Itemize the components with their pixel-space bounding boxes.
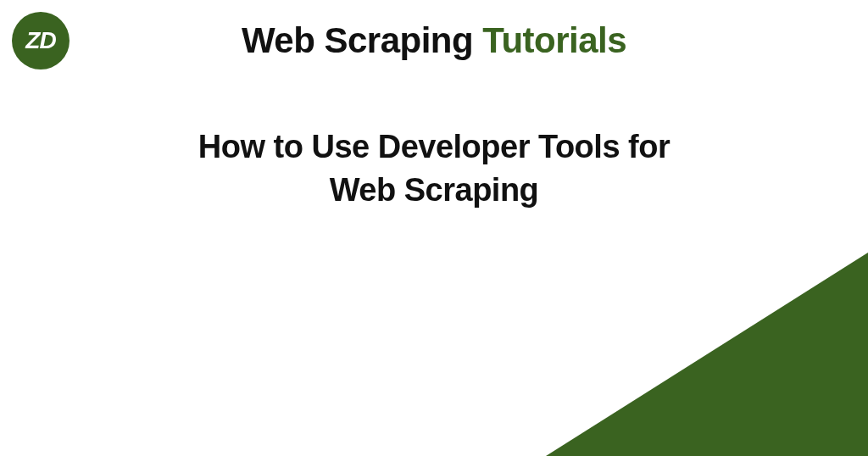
article-title-line1: How to Use Developer Tools for bbox=[0, 125, 868, 169]
category-title: Web Scraping Tutorials bbox=[0, 20, 868, 61]
category-title-part2: Tutorials bbox=[482, 20, 626, 60]
article-title-line2: Web Scraping bbox=[0, 169, 868, 212]
category-title-part1: Web Scraping bbox=[242, 20, 482, 60]
article-title: How to Use Developer Tools for Web Scrap… bbox=[0, 125, 868, 213]
decorative-corner-triangle bbox=[546, 253, 868, 456]
